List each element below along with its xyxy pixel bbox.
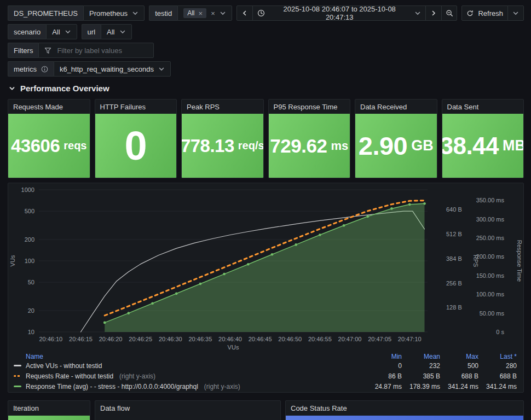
legend-row-requests-rate: Requests Rate - without testid (right y-… <box>14 371 517 381</box>
legend-row-active-vus: Active VUs - without testid 0 232 500 28… <box>14 360 517 371</box>
panel-title: Iteration <box>8 401 90 415</box>
metrics-value: k6_http_req_waiting_seconds <box>60 65 154 73</box>
metrics-label-wrap: metrics <box>8 61 54 77</box>
refresh-button-group: Refresh <box>461 5 524 21</box>
scenario-picker: scenario All <box>8 24 77 39</box>
chevron-down-icon <box>414 10 421 16</box>
svg-text:20:46:55: 20:46:55 <box>308 336 332 342</box>
data-flow-panel: Data flow <box>95 400 281 420</box>
chevron-left-icon <box>241 10 248 16</box>
legend-header-name[interactable]: Name <box>14 353 363 360</box>
series-color-swatch <box>14 365 21 366</box>
filters-input[interactable] <box>56 46 148 55</box>
legend-mean-value: 178.39 ms <box>402 383 440 390</box>
code-status-rate-panel: Code Status Rate <box>285 400 524 420</box>
svg-text:20:46:35: 20:46:35 <box>189 336 212 342</box>
series-name: Requests Rate - without testid <box>26 372 113 380</box>
stats-row: Requests Made 43606 reqs HTTP Failures 0… <box>8 99 524 178</box>
filters-control: Filters <box>8 43 154 58</box>
legend-series-toggle[interactable]: Requests Rate - without testid (right y-… <box>14 372 363 380</box>
scenario-value: All <box>52 28 60 36</box>
time-shift-back-button[interactable] <box>236 5 253 21</box>
zoom-out-button[interactable] <box>441 5 458 21</box>
stat-value-area: 778.13 req/s <box>182 114 263 178</box>
svg-text:20:46:15: 20:46:15 <box>69 336 93 342</box>
grafana-dashboard: DS_PROMETHEUS Prometheus testid All × × <box>0 0 531 420</box>
svg-text:50: 50 <box>28 279 34 285</box>
svg-text:512 B: 512 B <box>446 231 462 237</box>
stat-unit: ms <box>331 139 348 153</box>
stat-unit: req/s <box>238 139 264 152</box>
panel-title: Data Received <box>355 100 437 114</box>
stat-value: 43606 <box>11 136 60 156</box>
svg-text:20:47:10: 20:47:10 <box>398 336 422 342</box>
performance-chart-panel: 100050020010050201020:46:1020:46:1520:46… <box>8 183 524 393</box>
svg-text:Response Time: Response Time <box>516 240 523 282</box>
testid-select[interactable]: All × × <box>177 5 232 21</box>
metrics-select[interactable]: k6_http_req_waiting_seconds <box>54 61 171 77</box>
url-select[interactable]: All <box>101 24 131 39</box>
testid-selected-pill[interactable]: All × <box>183 8 206 18</box>
legend-header-min[interactable]: Min <box>363 353 402 360</box>
time-shift-forward-button[interactable] <box>425 5 442 21</box>
svg-text:384 B: 384 B <box>446 255 462 262</box>
legend-series-toggle[interactable]: Response Time (avg) - - stress - http://… <box>14 383 363 390</box>
svg-text:300.00 ms: 300.00 ms <box>476 216 505 223</box>
legend-header-row: Name Min Mean Max Last * <box>14 352 517 360</box>
svg-text:20:46:30: 20:46:30 <box>159 336 182 342</box>
toolbar-row-4: metrics k6_http_req_waiting_seconds <box>8 61 524 77</box>
stat-panel-data-sent: Data Sent 38.44 MB <box>442 99 524 178</box>
legend-last-value: 688 B <box>478 372 517 380</box>
svg-text:500: 500 <box>25 208 34 214</box>
stat-value-area: 2.90 GB <box>355 114 437 178</box>
filters-input-wrap[interactable] <box>38 43 154 58</box>
time-range-text: 2025-10-08 20:46:07 to 2025-10-08 20:47:… <box>269 5 410 21</box>
legend-header-last[interactable]: Last * <box>478 353 517 360</box>
svg-text:0 s: 0 s <box>496 329 504 335</box>
stat-unit: MB <box>503 137 524 154</box>
testid-value: All <box>187 9 194 17</box>
metrics-label: metrics <box>14 65 37 73</box>
clear-all-icon[interactable]: × <box>211 10 215 17</box>
svg-text:20:46:50: 20:46:50 <box>278 336 302 342</box>
toolbar-row-1: DS_PROMETHEUS Prometheus testid All × × <box>8 5 524 21</box>
legend-series-toggle[interactable]: Active VUs - without testid <box>14 362 363 370</box>
timeseries-chart[interactable]: 100050020010050201020:46:1020:46:1520:46… <box>8 183 523 351</box>
funnel-icon <box>44 47 51 54</box>
legend-header-max[interactable]: Max <box>440 353 478 360</box>
panel-title: Requests Made <box>8 100 90 114</box>
stat-unit: reqs <box>64 139 86 152</box>
refresh-button[interactable]: Refresh <box>461 5 508 21</box>
scenario-select[interactable]: All <box>46 24 77 39</box>
stat-value: 778.13 <box>181 136 234 156</box>
url-label: url <box>82 24 101 39</box>
legend-min-value: 24.87 ms <box>363 383 402 390</box>
panel-title: Data flow <box>95 401 280 415</box>
panel-title: Code Status Rate <box>286 401 523 415</box>
stat-unit: GB <box>411 137 434 154</box>
filters-label: Filters <box>8 43 38 58</box>
svg-text:20:46:25: 20:46:25 <box>129 336 152 342</box>
svg-text:RPS: RPS <box>472 255 479 267</box>
datasource-picker: DS_PROMETHEUS Prometheus <box>8 5 145 21</box>
chevron-down-icon <box>512 10 519 16</box>
scenario-label: scenario <box>8 24 46 39</box>
datasource-value: Prometheus <box>89 9 128 18</box>
refresh-interval-dropdown[interactable] <box>507 5 524 21</box>
series-name: Active VUs - without testid <box>26 362 102 370</box>
iteration-stat-background <box>8 416 90 420</box>
legend-header-mean[interactable]: Mean <box>402 353 440 360</box>
stat-panel-requests-made: Requests Made 43606 reqs <box>8 99 90 178</box>
clock-icon <box>257 9 265 17</box>
svg-text:200.00 ms: 200.00 ms <box>476 253 505 260</box>
toolbar-row-3: Filters <box>8 43 524 58</box>
magnifier-minus-icon <box>446 9 453 17</box>
svg-text:20:46:45: 20:46:45 <box>249 336 272 342</box>
series-name-suffix: (right y-axis) <box>204 383 240 390</box>
chevron-down-icon <box>9 85 15 92</box>
datasource-select[interactable]: Prometheus <box>83 5 145 21</box>
time-range-picker[interactable]: 2025-10-08 20:46:07 to 2025-10-08 20:47:… <box>252 5 426 21</box>
stat-panel-http-failures: HTTP Failures 0 <box>95 99 177 178</box>
remove-value-icon[interactable]: × <box>199 10 203 17</box>
section-performance-overview[interactable]: Performance Overview <box>9 84 524 93</box>
